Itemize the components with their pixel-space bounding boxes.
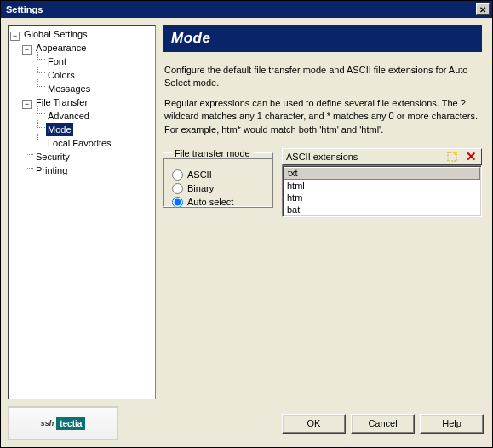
bottom-bar: ssh tectia OK Cancel Help (1, 404, 492, 447)
tree-line-icon (34, 83, 46, 92)
tree-line-icon (34, 69, 46, 78)
delete-extension-icon[interactable]: ✕ (464, 150, 478, 164)
cancel-button[interactable]: Cancel (351, 414, 415, 434)
help-button[interactable]: Help (420, 414, 484, 434)
radio-binary[interactable]: Binary (172, 183, 264, 194)
radio-input[interactable] (172, 183, 183, 194)
content-area: −Global Settings −Appearance Font Colors… (1, 18, 492, 404)
ascii-extensions-header: ASCII extensions ✕ (282, 148, 482, 165)
tree-messages[interactable]: Messages (10, 82, 153, 95)
tree-line-icon (34, 55, 46, 65)
list-column-header[interactable]: txt (284, 167, 480, 180)
new-extension-icon[interactable] (445, 150, 459, 164)
tree-colors[interactable]: Colors (10, 68, 153, 82)
tree-line-icon (34, 110, 46, 119)
description-line: Regular expressions can be used to defin… (164, 97, 480, 136)
tree-file-transfer[interactable]: −File Transfer (10, 95, 153, 109)
logo: ssh tectia (8, 406, 118, 440)
ascii-toolbar: ✕ (445, 150, 478, 164)
settings-tree[interactable]: −Global Settings −Appearance Font Colors… (8, 25, 156, 399)
radio-input[interactable] (172, 197, 183, 208)
tree-line-icon (34, 137, 46, 146)
description-line: Configure the default file transfer mode… (164, 64, 480, 90)
titlebar: Settings ✕ (1, 1, 492, 18)
tree-printing[interactable]: Printing (10, 164, 153, 177)
window-title: Settings (3, 4, 43, 14)
ascii-extensions-panel: ASCII extensions ✕ txt html htm bat (282, 148, 482, 217)
list-item[interactable]: bat (284, 204, 480, 215)
tree-font[interactable]: Font (10, 55, 153, 68)
description: Configure the default file transfer mode… (163, 52, 482, 141)
legend: File transfer mode (172, 148, 253, 158)
collapse-icon[interactable]: − (22, 100, 32, 109)
radio-input[interactable] (172, 169, 183, 181)
dialog-buttons: OK Cancel Help (282, 414, 484, 434)
tree-appearance[interactable]: −Appearance (10, 41, 153, 55)
tree-line-icon (34, 123, 46, 133)
tree-line-icon (22, 151, 34, 160)
logo-product: tectia (56, 417, 85, 430)
list-item[interactable]: html (284, 180, 480, 192)
ok-button[interactable]: OK (282, 414, 346, 434)
close-icon[interactable]: ✕ (476, 3, 490, 15)
radio-auto-select[interactable]: Auto select (172, 197, 264, 208)
tree-line-icon (22, 164, 34, 174)
collapse-icon[interactable]: − (22, 45, 32, 55)
collapse-icon[interactable]: − (10, 32, 20, 41)
ascii-extensions-list[interactable]: txt html htm bat (282, 165, 482, 217)
tree-advanced[interactable]: Advanced (10, 109, 153, 123)
settings-row: File transfer mode ASCII Binary Auto sel… (163, 148, 482, 217)
logo-brand: ssh (41, 419, 54, 428)
page-title: Mode (163, 25, 482, 52)
settings-window: Settings ✕ −Global Settings −Appearance … (0, 0, 493, 448)
radio-ascii[interactable]: ASCII (172, 169, 264, 181)
list-item[interactable]: htm (284, 192, 480, 204)
tree-root[interactable]: −Global Settings (10, 27, 153, 41)
ascii-extensions-label: ASCII extensions (286, 152, 358, 162)
tree-mode[interactable]: Mode (10, 123, 153, 136)
main-panel: Mode Configure the default file transfer… (163, 25, 485, 404)
file-transfer-mode-group: File transfer mode ASCII Binary Auto sel… (163, 148, 273, 208)
svg-point-1 (454, 152, 457, 155)
